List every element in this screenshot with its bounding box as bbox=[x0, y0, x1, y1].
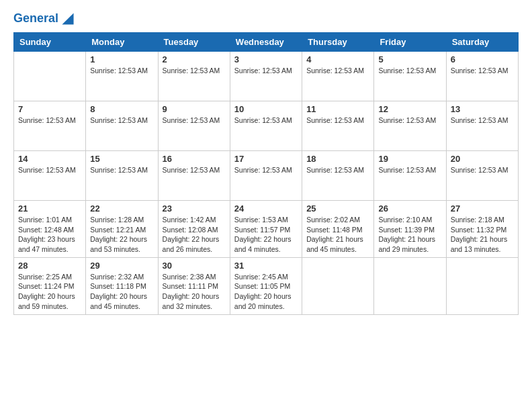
calendar-cell: 25Sunrise: 2:02 AMSunset: 11:48 PMDaylig… bbox=[302, 201, 374, 258]
calendar-cell: 31Sunrise: 2:45 AMSunset: 11:05 PMDaylig… bbox=[230, 257, 302, 314]
day-number: 23 bbox=[163, 203, 226, 214]
day-info: Sunrise: 12:53 AM bbox=[18, 116, 81, 126]
calendar-cell: 23Sunrise: 1:42 AMSunset: 12:08 AMDaylig… bbox=[158, 201, 230, 258]
calendar-cell: 3Sunrise: 12:53 AM bbox=[230, 52, 302, 101]
day-info: Sunrise: 2:18 AMSunset: 11:32 PMDaylight… bbox=[451, 215, 514, 255]
day-number: 25 bbox=[306, 203, 369, 214]
calendar-cell: 2Sunrise: 12:53 AM bbox=[158, 52, 230, 101]
day-number: 15 bbox=[90, 154, 153, 164]
day-info: Sunrise: 12:53 AM bbox=[163, 116, 226, 126]
logo: General bbox=[13, 11, 76, 27]
calendar-cell: 29Sunrise: 2:32 AMSunset: 11:18 PMDaylig… bbox=[86, 257, 158, 314]
svg-marker-0 bbox=[62, 13, 73, 24]
day-info: Sunrise: 2:02 AMSunset: 11:48 PMDaylight… bbox=[306, 215, 369, 255]
day-number: 24 bbox=[234, 203, 298, 214]
logo-text: General bbox=[13, 12, 58, 26]
day-info: Sunrise: 12:53 AM bbox=[234, 66, 298, 76]
page: General SundayMondayTuesdayWednesdayThur… bbox=[0, 0, 532, 328]
day-number: 27 bbox=[451, 203, 514, 214]
day-number: 14 bbox=[18, 154, 81, 164]
calendar-cell bbox=[302, 257, 374, 314]
calendar-cell: 9Sunrise: 12:53 AM bbox=[158, 101, 230, 151]
day-number: 13 bbox=[451, 104, 514, 114]
day-info: Sunrise: 2:32 AMSunset: 11:18 PMDaylight… bbox=[90, 272, 153, 312]
day-info: Sunrise: 12:53 AM bbox=[451, 116, 514, 126]
day-number: 18 bbox=[306, 154, 369, 164]
day-number: 17 bbox=[234, 154, 298, 164]
calendar-cell: 7Sunrise: 12:53 AM bbox=[14, 101, 86, 151]
weekday-header-row: SundayMondayTuesdayWednesdayThursdayFrid… bbox=[14, 33, 519, 52]
calendar-cell: 24Sunrise: 1:53 AMSunset: 11:57 PMDaylig… bbox=[230, 201, 302, 258]
calendar-cell: 15Sunrise: 12:53 AM bbox=[86, 151, 158, 201]
day-info: Sunrise: 12:53 AM bbox=[378, 66, 441, 76]
day-info: Sunrise: 1:53 AMSunset: 11:57 PMDaylight… bbox=[234, 215, 298, 255]
weekday-header-monday: Monday bbox=[86, 33, 158, 52]
calendar-cell: 28Sunrise: 2:25 AMSunset: 11:24 PMDaylig… bbox=[14, 257, 86, 314]
calendar-cell bbox=[374, 257, 446, 314]
day-info: Sunrise: 12:53 AM bbox=[306, 165, 369, 175]
day-info: Sunrise: 12:53 AM bbox=[306, 66, 369, 76]
day-info: Sunrise: 2:38 AMSunset: 11:11 PMDaylight… bbox=[163, 272, 226, 312]
day-info: Sunrise: 12:53 AM bbox=[234, 116, 298, 126]
day-info: Sunrise: 2:25 AMSunset: 11:24 PMDaylight… bbox=[18, 272, 81, 312]
day-info: Sunrise: 12:53 AM bbox=[378, 116, 441, 126]
calendar-cell: 5Sunrise: 12:53 AM bbox=[374, 52, 446, 101]
header: General bbox=[13, 7, 519, 27]
calendar-cell: 6Sunrise: 12:53 AM bbox=[446, 52, 518, 101]
week-row-1: 1Sunrise: 12:53 AM2Sunrise: 12:53 AM3Sun… bbox=[14, 52, 519, 101]
week-row-3: 14Sunrise: 12:53 AM15Sunrise: 12:53 AM16… bbox=[14, 151, 519, 201]
week-row-5: 28Sunrise: 2:25 AMSunset: 11:24 PMDaylig… bbox=[14, 257, 519, 314]
logo-icon bbox=[60, 11, 76, 27]
day-number: 4 bbox=[306, 54, 369, 64]
calendar-cell: 26Sunrise: 2:10 AMSunset: 11:39 PMDaylig… bbox=[374, 201, 446, 258]
calendar-table: SundayMondayTuesdayWednesdayThursdayFrid… bbox=[13, 32, 519, 315]
calendar-cell: 17Sunrise: 12:53 AM bbox=[230, 151, 302, 201]
day-info: Sunrise: 1:42 AMSunset: 12:08 AMDaylight… bbox=[163, 215, 226, 255]
day-number: 9 bbox=[163, 104, 226, 114]
week-row-2: 7Sunrise: 12:53 AM8Sunrise: 12:53 AM9Sun… bbox=[14, 101, 519, 151]
day-info: Sunrise: 1:01 AMSunset: 12:48 AMDaylight… bbox=[18, 215, 81, 255]
day-info: Sunrise: 12:53 AM bbox=[163, 66, 226, 76]
day-info: Sunrise: 12:53 AM bbox=[234, 165, 298, 175]
calendar-cell: 13Sunrise: 12:53 AM bbox=[446, 101, 518, 151]
calendar-cell: 18Sunrise: 12:53 AM bbox=[302, 151, 374, 201]
day-number: 1 bbox=[90, 54, 153, 64]
weekday-header-saturday: Saturday bbox=[446, 33, 518, 52]
day-info: Sunrise: 2:10 AMSunset: 11:39 PMDaylight… bbox=[378, 215, 441, 255]
day-number: 8 bbox=[90, 104, 153, 114]
day-number: 31 bbox=[234, 261, 298, 271]
weekday-header-tuesday: Tuesday bbox=[158, 33, 230, 52]
day-number: 30 bbox=[163, 261, 226, 271]
day-info: Sunrise: 12:53 AM bbox=[90, 116, 153, 126]
day-number: 5 bbox=[378, 54, 441, 64]
day-info: Sunrise: 12:53 AM bbox=[451, 66, 514, 76]
weekday-header-sunday: Sunday bbox=[14, 33, 86, 52]
calendar-cell: 8Sunrise: 12:53 AM bbox=[86, 101, 158, 151]
calendar-cell: 11Sunrise: 12:53 AM bbox=[302, 101, 374, 151]
calendar-cell: 21Sunrise: 1:01 AMSunset: 12:48 AMDaylig… bbox=[14, 201, 86, 258]
day-number: 22 bbox=[90, 203, 153, 214]
day-number: 2 bbox=[163, 54, 226, 64]
week-row-4: 21Sunrise: 1:01 AMSunset: 12:48 AMDaylig… bbox=[14, 201, 519, 258]
day-number: 21 bbox=[18, 203, 81, 214]
calendar-cell bbox=[446, 257, 518, 314]
day-info: Sunrise: 12:53 AM bbox=[306, 116, 369, 126]
day-number: 19 bbox=[378, 154, 441, 164]
calendar-cell: 16Sunrise: 12:53 AM bbox=[158, 151, 230, 201]
day-number: 20 bbox=[451, 154, 514, 164]
day-number: 16 bbox=[163, 154, 226, 164]
day-number: 28 bbox=[18, 261, 81, 271]
day-number: 26 bbox=[378, 203, 441, 214]
day-number: 7 bbox=[18, 104, 81, 114]
calendar-cell: 19Sunrise: 12:53 AM bbox=[374, 151, 446, 201]
day-number: 11 bbox=[306, 104, 369, 114]
weekday-header-friday: Friday bbox=[374, 33, 446, 52]
calendar-cell: 30Sunrise: 2:38 AMSunset: 11:11 PMDaylig… bbox=[158, 257, 230, 314]
day-info: Sunrise: 12:53 AM bbox=[90, 165, 153, 175]
day-info: Sunrise: 12:53 AM bbox=[451, 165, 514, 175]
day-number: 12 bbox=[378, 104, 441, 114]
day-number: 6 bbox=[451, 54, 514, 64]
day-info: Sunrise: 12:53 AM bbox=[378, 165, 441, 175]
day-info: Sunrise: 12:53 AM bbox=[163, 165, 226, 175]
calendar-cell: 1Sunrise: 12:53 AM bbox=[86, 52, 158, 101]
